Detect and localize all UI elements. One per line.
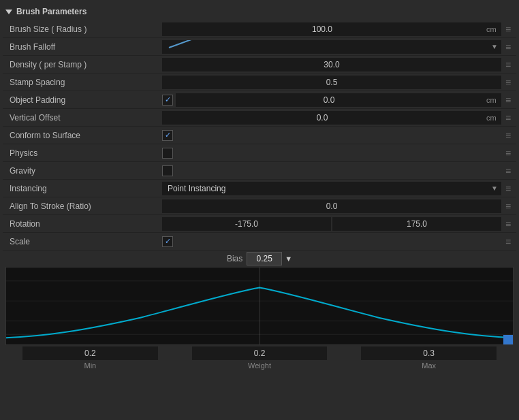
brush-falloff-row: Brush Falloff ▼ ≡	[3, 38, 516, 56]
chart-center-line	[260, 268, 260, 344]
conform-checkbox[interactable]	[162, 130, 173, 141]
brush-size-row: Brush Size ( Radius ) cm ≡	[3, 20, 516, 38]
density-row: Density ( per Stamp ) ≡	[3, 56, 516, 74]
section-header: Brush Parameters	[3, 4, 516, 20]
brush-size-menu[interactable]: ≡	[503, 24, 514, 35]
density-control	[162, 58, 501, 71]
chart-section: Bias 0.25 ▼ Min Weig	[3, 252, 516, 370]
min-col: Min	[5, 346, 175, 370]
falloff-dropdown-btn[interactable]: ▼	[488, 43, 501, 50]
bias-label: Bias	[227, 254, 242, 263]
instancing-label: Instancing	[5, 184, 162, 193]
gravity-control	[162, 165, 501, 176]
physics-row: Physics ≡	[3, 144, 516, 162]
density-label: Density ( per Stamp )	[5, 60, 162, 69]
bias-container: Bias 0.25 ▼	[5, 252, 514, 265]
align-stroke-row: Align To Stroke (Ratio) ≡	[3, 197, 516, 215]
align-stroke-control	[162, 199, 501, 213]
rotation-row: Rotation ≡	[3, 215, 516, 233]
density-input[interactable]	[162, 58, 501, 71]
falloff-preview[interactable]	[162, 40, 488, 54]
conform-row: Conform to Surface ≡	[3, 127, 516, 144]
object-padding-control: cm	[162, 93, 501, 107]
stamp-spacing-row: Stamp Spacing ≡	[3, 74, 516, 91]
conform-label: Conform to Surface	[5, 131, 162, 140]
stamp-spacing-control	[162, 76, 501, 89]
chart-container[interactable]	[5, 267, 514, 345]
brush-size-input[interactable]	[162, 22, 482, 36]
stamp-spacing-label: Stamp Spacing	[5, 78, 162, 87]
conform-menu[interactable]: ≡	[503, 130, 514, 141]
vertical-offset-unit: cm	[482, 111, 501, 125]
physics-menu[interactable]: ≡	[503, 148, 514, 159]
min-label: Min	[84, 361, 96, 370]
bias-down-arrow: ▼	[285, 255, 292, 263]
brush-size-label: Brush Size ( Radius )	[5, 25, 162, 34]
scale-menu[interactable]: ≡	[503, 236, 514, 247]
scale-control	[162, 236, 501, 247]
gravity-checkbox[interactable]	[162, 165, 173, 176]
instancing-control: Point Instancing ▼	[162, 182, 501, 195]
section-title: Brush Parameters	[16, 7, 86, 16]
gravity-label: Gravity	[5, 166, 162, 176]
rotation-menu[interactable]: ≡	[503, 219, 514, 229]
instancing-menu[interactable]: ≡	[503, 183, 514, 194]
rotation-max-input[interactable]	[332, 217, 501, 231]
vertical-offset-label: Vertical Offset	[5, 113, 162, 123]
object-padding-row: Object Padding cm ≡	[3, 91, 516, 109]
object-padding-unit: cm	[482, 93, 501, 107]
collapse-icon[interactable]	[5, 10, 12, 14]
rotation-control	[162, 217, 501, 231]
rotation-min-input[interactable]	[162, 217, 331, 231]
weight-col: Weight	[175, 346, 345, 370]
vertical-offset-control: cm	[162, 111, 501, 125]
physics-control	[162, 148, 501, 159]
max-input[interactable]	[361, 346, 497, 360]
align-stroke-label: Align To Stroke (Ratio)	[5, 201, 162, 211]
brush-size-control: cm	[162, 22, 501, 36]
gravity-row: Gravity ≡	[3, 162, 516, 180]
blue-corner-handle[interactable]	[503, 335, 513, 344]
rotation-label: Rotation	[5, 219, 162, 229]
instancing-arrow-icon: ▼	[488, 184, 501, 192]
object-padding-menu[interactable]: ≡	[503, 95, 514, 106]
scale-row: Scale ≡	[3, 233, 516, 251]
chart-inputs-row: Min Weight Max	[5, 346, 514, 370]
brush-falloff-control: ▼	[162, 40, 501, 54]
object-padding-input[interactable]	[176, 93, 482, 107]
vertical-offset-input[interactable]	[162, 111, 482, 125]
max-col: Max	[344, 346, 514, 370]
brush-falloff-label: Brush Falloff	[5, 42, 162, 52]
density-menu[interactable]: ≡	[503, 59, 514, 70]
brush-parameters-panel: Brush Parameters Brush Size ( Radius ) c…	[0, 0, 519, 420]
brush-size-unit: cm	[482, 22, 501, 36]
weight-label: Weight	[248, 361, 271, 370]
physics-label: Physics	[5, 148, 162, 158]
conform-control	[162, 130, 501, 141]
align-stroke-menu[interactable]: ≡	[503, 201, 514, 212]
max-label: Max	[422, 361, 436, 370]
stamp-spacing-menu[interactable]: ≡	[503, 77, 514, 88]
scale-checkbox[interactable]	[162, 236, 173, 247]
instancing-value: Point Instancing	[162, 184, 488, 193]
align-stroke-input[interactable]	[162, 199, 501, 213]
brush-falloff-menu[interactable]: ≡	[503, 42, 514, 52]
physics-checkbox[interactable]	[162, 148, 173, 159]
object-padding-label: Object Padding	[5, 95, 162, 105]
min-input[interactable]	[22, 346, 158, 360]
instancing-row: Instancing Point Instancing ▼ ≡	[3, 180, 516, 197]
bias-value[interactable]: 0.25	[247, 252, 282, 265]
gravity-menu[interactable]: ≡	[503, 165, 514, 176]
vertical-offset-row: Vertical Offset cm ≡	[3, 109, 516, 127]
stamp-spacing-input[interactable]	[162, 76, 501, 89]
vertical-offset-menu[interactable]: ≡	[503, 112, 514, 123]
instancing-dropdown[interactable]: Point Instancing ▼	[162, 182, 501, 195]
scale-label: Scale	[5, 237, 162, 246]
object-padding-checkbox[interactable]	[162, 95, 173, 106]
weight-input[interactable]	[192, 346, 328, 360]
